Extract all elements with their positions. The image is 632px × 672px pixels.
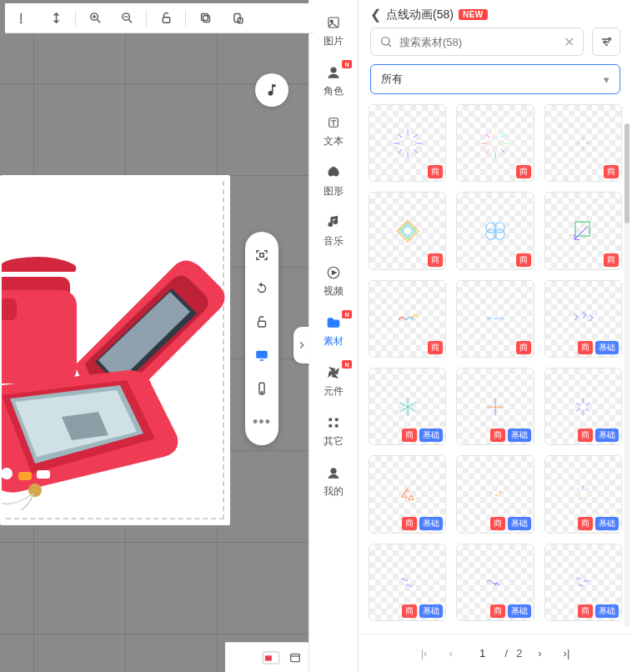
- panel-toggle-icon[interactable]: [288, 651, 302, 664]
- asset-preview-icon: [474, 561, 516, 603]
- svg-point-36: [603, 41, 605, 43]
- collapse-right-panel-button[interactable]: [293, 327, 310, 364]
- tag-commercial: 商: [428, 253, 443, 267]
- svg-point-32: [335, 424, 338, 427]
- svg-point-26: [331, 68, 336, 73]
- more-tools-button[interactable]: •••: [248, 407, 275, 437]
- asset-thumbnail[interactable]: 商基础: [544, 280, 622, 358]
- align-center-h-button[interactable]: [40, 6, 72, 31]
- asset-preview-icon: [562, 210, 604, 252]
- nav-item-pinwheel[interactable]: 元件N: [313, 362, 354, 400]
- asset-thumbnail[interactable]: 商: [544, 104, 622, 182]
- tag-basic: 基础: [508, 604, 531, 618]
- asset-thumbnail[interactable]: 商: [456, 104, 534, 182]
- search-box[interactable]: ✕: [370, 28, 584, 56]
- scrollbar-thumb[interactable]: [624, 123, 629, 223]
- nav-item-shape[interactable]: 图形: [313, 162, 354, 200]
- fit-screen-button[interactable]: [248, 240, 275, 270]
- filter-button[interactable]: [592, 28, 620, 56]
- asset-thumbnail[interactable]: 商: [544, 192, 622, 269]
- svg-rect-22: [265, 655, 272, 660]
- tag-basic: 基础: [595, 517, 619, 530]
- svg-rect-16: [258, 321, 266, 327]
- asset-preview-icon: [387, 561, 429, 603]
- next-page-button[interactable]: ›: [530, 644, 549, 663]
- zoom-in-button[interactable]: [79, 6, 111, 31]
- nav-label: 素材: [324, 334, 344, 349]
- canvas-frame[interactable]: [0, 175, 230, 525]
- desktop-view-button[interactable]: [248, 340, 275, 370]
- asset-preview-icon: [387, 474, 429, 515]
- video-icon: [322, 263, 345, 282]
- nav-item-person[interactable]: 角色N: [313, 62, 354, 100]
- paste-button[interactable]: [221, 6, 253, 31]
- nav-item-grid[interactable]: 其它: [313, 412, 354, 450]
- svg-point-30: [335, 419, 338, 421]
- nav-item-folder[interactable]: 素材N: [313, 312, 354, 350]
- new-badge-small: N: [342, 60, 352, 68]
- page-thumbnail-icon[interactable]: [262, 651, 280, 664]
- nav-label: 文本: [324, 134, 344, 148]
- aed-device-graphic: [0, 210, 230, 510]
- image-icon: [322, 13, 345, 32]
- asset-thumbnail[interactable]: 商基础: [456, 544, 534, 621]
- prev-page-button[interactable]: ‹: [442, 644, 460, 663]
- nav-label: 音乐: [324, 234, 344, 248]
- canvas-float-toolbar: •••: [245, 232, 278, 445]
- asset-thumbnail[interactable]: 商: [369, 104, 446, 182]
- tag-basic: 基础: [595, 604, 619, 618]
- asset-thumbnail[interactable]: 商: [369, 192, 446, 269]
- search-icon: [379, 35, 393, 48]
- asset-thumbnail[interactable]: 商: [456, 280, 534, 358]
- nav-item-music[interactable]: 音乐: [313, 212, 354, 250]
- asset-thumbnail[interactable]: 商: [369, 280, 446, 358]
- new-badge-small: N: [342, 310, 352, 318]
- svg-rect-8: [0, 298, 17, 320]
- svg-point-29: [329, 419, 332, 421]
- asset-thumbnail[interactable]: 商基础: [544, 368, 622, 445]
- lock-open-button[interactable]: [150, 6, 182, 31]
- align-bottom-button[interactable]: [8, 6, 40, 31]
- scrollbar[interactable]: [624, 123, 629, 627]
- tag-commercial: 商: [604, 253, 619, 267]
- lock-open-float-button[interactable]: [248, 307, 275, 337]
- asset-thumbnail[interactable]: 商基础: [544, 455, 622, 533]
- search-input[interactable]: [399, 36, 564, 48]
- asset-thumbnail[interactable]: 商基础: [369, 455, 446, 533]
- new-badge-small: N: [342, 360, 352, 369]
- music-icon: [322, 213, 345, 232]
- mobile-view-button[interactable]: [248, 374, 275, 404]
- asset-thumbnail[interactable]: 商基础: [456, 455, 534, 533]
- back-icon[interactable]: ❮: [370, 7, 381, 23]
- asset-thumbnail[interactable]: 商基础: [544, 544, 622, 621]
- rotate-button[interactable]: [248, 273, 275, 303]
- tag-basic: 基础: [508, 517, 531, 530]
- music-button[interactable]: [255, 73, 288, 107]
- last-page-button[interactable]: ›|: [557, 644, 575, 663]
- tag-commercial: 商: [516, 165, 531, 178]
- nav-item-user[interactable]: 我的: [313, 462, 354, 500]
- tag-commercial: 商: [428, 165, 443, 178]
- zoom-out-button[interactable]: [111, 6, 143, 31]
- nav-item-video[interactable]: 视频: [313, 262, 354, 300]
- nav-item-image[interactable]: 图片: [313, 12, 354, 50]
- asset-thumbnail[interactable]: 商基础: [456, 368, 534, 445]
- svg-point-31: [329, 424, 332, 427]
- svg-point-20: [261, 392, 263, 394]
- asset-preview-icon: [562, 298, 604, 339]
- asset-preview-icon: [474, 210, 516, 252]
- svg-point-34: [382, 38, 389, 45]
- asset-thumbnail[interactable]: 商: [456, 192, 534, 269]
- nav-item-text[interactable]: 文本: [313, 112, 354, 150]
- asset-thumbnail[interactable]: 商基础: [369, 368, 446, 445]
- asset-grid: 商商商商商商商商商基础商基础商基础商基础商基础商基础商基础商基础商基础商基础: [369, 104, 622, 621]
- nav-label: 我的: [324, 484, 344, 499]
- panel-title: 点线动画(58): [386, 8, 454, 23]
- canvas-area: •••: [0, 0, 308, 672]
- first-page-button[interactable]: |‹: [415, 644, 434, 663]
- category-select[interactable]: 所有 ▾: [370, 64, 620, 94]
- copy-button[interactable]: [189, 6, 221, 31]
- asset-thumbnail[interactable]: 商基础: [369, 544, 446, 621]
- clear-search-icon[interactable]: ✕: [564, 34, 574, 50]
- page-number-input[interactable]: [469, 644, 497, 664]
